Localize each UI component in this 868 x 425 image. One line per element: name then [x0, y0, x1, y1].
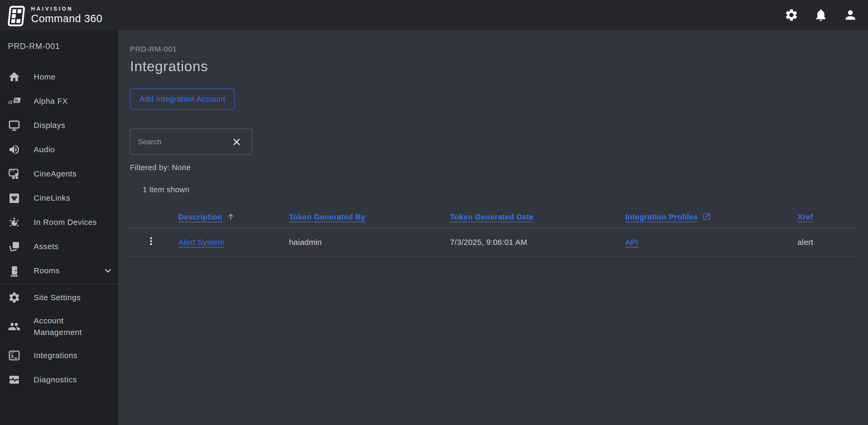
row-token-generated-by: haiadmin: [289, 238, 450, 246]
svg-text:fx: fx: [14, 98, 19, 103]
in-room-devices-icon: [8, 216, 21, 229]
table-row: Alert System haiadmin 7/3/2025, 9:06:01 …: [130, 227, 857, 256]
notifications-bell-icon[interactable]: [814, 8, 828, 22]
sidebar-item-account-management[interactable]: Account Management: [0, 310, 118, 343]
sidebar-divider: [0, 284, 118, 284]
sidebar-site-label: PRD-RM-001: [0, 41, 118, 51]
header-cell-integration-profiles[interactable]: Integration Profiles: [625, 212, 798, 221]
items-shown-count: 1 item shown: [143, 185, 857, 194]
table-header-row: Description Token Generated By Token Gen…: [130, 200, 857, 227]
search-box: [130, 128, 252, 155]
sort-ascending-arrow-icon: [226, 212, 235, 221]
breadcrumb: PRD-RM-001: [130, 45, 857, 53]
header-cell-token-generated-by[interactable]: Token Generated By: [289, 213, 450, 221]
sidebar-item-home[interactable]: Home: [0, 65, 118, 89]
brand-logo: HAIVISION Command 360: [6, 3, 102, 27]
sidebar-item-alpha-fx[interactable]: α fx Alpha FX: [0, 89, 118, 113]
sidebar-item-in-room-devices[interactable]: In Room Devices: [0, 210, 118, 234]
filter-status: Filtered by: None: [130, 163, 857, 172]
header-cell-token-generated-date[interactable]: Token Generated Date: [450, 213, 625, 221]
brand-name: HAIVISION: [31, 6, 102, 11]
alpha-fx-icon: α fx: [8, 95, 21, 108]
chevron-down-icon: [103, 266, 113, 276]
app-window: HAIVISION Command 360 PRD-RM-001: [0, 0, 868, 425]
row-description-link[interactable]: Alert System: [179, 238, 224, 246]
top-bar: HAIVISION Command 360: [0, 0, 868, 30]
rooms-door-icon: [8, 264, 21, 277]
sidebar: PRD-RM-001 Home α fx: [0, 30, 118, 425]
diagnostics-pulse-icon: [8, 373, 21, 386]
row-token-generated-date: 7/3/2025, 9:06:01 AM: [450, 238, 625, 246]
people-icon: [8, 320, 21, 333]
sidebar-item-cinelinks[interactable]: CineLinks: [0, 186, 118, 210]
row-integration-profiles-link[interactable]: API: [625, 238, 639, 246]
clear-search-icon[interactable]: [231, 136, 242, 148]
terminal-window-icon: [8, 349, 21, 362]
product-name: Command 360: [31, 13, 102, 24]
header-cell-xref[interactable]: Xref: [798, 213, 857, 221]
user-account-icon[interactable]: [843, 8, 858, 22]
sidebar-item-integrations[interactable]: Integrations: [0, 343, 118, 368]
add-integration-account-button[interactable]: Add Integration Account: [130, 89, 235, 110]
speaker-audio-icon: [8, 143, 21, 156]
assets-stack-icon: [8, 240, 21, 253]
header-cell-description[interactable]: Description: [179, 212, 289, 221]
sidebar-item-cineagents[interactable]: CineAgents: [0, 162, 118, 186]
sidebar-item-site-settings[interactable]: Site Settings: [0, 285, 118, 310]
cinelinks-ethernet-icon: [8, 192, 21, 204]
sidebar-item-diagnostics[interactable]: Diagnostics: [0, 368, 118, 392]
main-content: PRD-RM-001 Integrations Add Integration …: [118, 30, 868, 425]
haivision-logo-icon: [6, 3, 27, 27]
home-icon: [8, 70, 21, 83]
sidebar-item-audio[interactable]: Audio: [0, 138, 118, 162]
page-title: Integrations: [130, 58, 857, 75]
display-monitor-icon: [8, 119, 21, 132]
row-actions-kebab-icon[interactable]: [146, 235, 156, 247]
cineagents-screen-share-icon: [8, 168, 21, 180]
sidebar-item-rooms[interactable]: Rooms: [0, 259, 118, 283]
sidebar-item-displays[interactable]: Displays: [0, 113, 118, 138]
open-in-new-icon: [702, 212, 711, 221]
settings-icon[interactable]: [784, 8, 799, 22]
svg-text:α: α: [8, 98, 12, 105]
row-xref: alert: [798, 238, 857, 246]
gear-icon: [8, 291, 21, 304]
sidebar-item-assets[interactable]: Assets: [0, 234, 118, 259]
integrations-table: Description Token Generated By Token Gen…: [130, 200, 857, 256]
